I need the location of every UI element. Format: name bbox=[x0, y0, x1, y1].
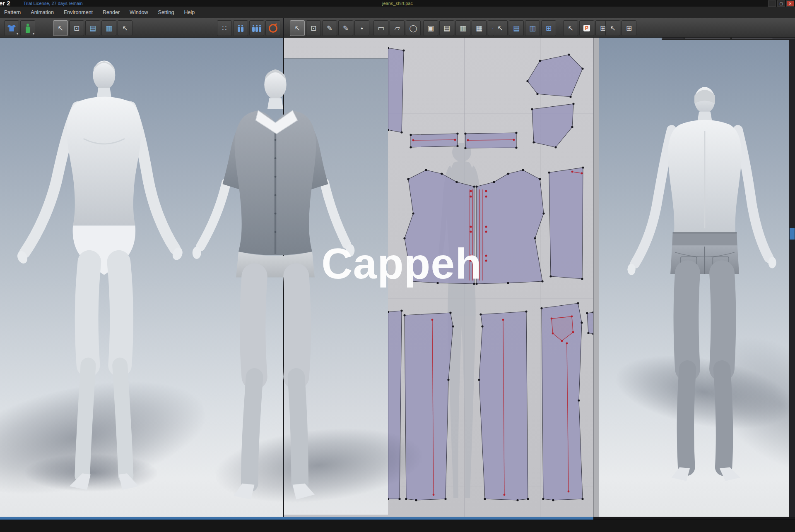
dot-icon: • bbox=[361, 25, 363, 32]
pattern-sync-window-button[interactable]: ▥ bbox=[101, 20, 116, 36]
pattern-piece-waistband-left[interactable] bbox=[410, 132, 458, 148]
maximize-button[interactable]: ▢ bbox=[777, 0, 785, 7]
create-ellipse-tool-button[interactable]: ◯ bbox=[406, 20, 421, 36]
pattern-piece-shirt-back[interactable] bbox=[548, 166, 584, 280]
select-misc-tool-button[interactable]: ↖ bbox=[563, 20, 578, 36]
arrowview-icon: ⊞ bbox=[546, 25, 552, 32]
avatar-group-button[interactable] bbox=[249, 20, 264, 36]
avatar-dressed[interactable] bbox=[165, 61, 386, 528]
arrowbox-icon: ⊡ bbox=[74, 25, 80, 32]
dropdown-caret-icon[interactable]: ▾ bbox=[17, 32, 18, 36]
seam-tool-1-button[interactable]: ▣ bbox=[423, 20, 438, 36]
box2-icon: ▤ bbox=[443, 25, 450, 32]
grid-icon: ∷ bbox=[222, 25, 227, 32]
show-garment-button[interactable]: ▾ bbox=[4, 20, 19, 36]
arrow-icon: ↖ bbox=[294, 25, 300, 32]
pen-icon: ✎ bbox=[327, 25, 332, 32]
pattern-piece-pant-front-right[interactable] bbox=[478, 310, 529, 501]
select-2d-tool-button[interactable]: ↖ bbox=[290, 20, 305, 36]
pattern-piece-pant-back[interactable] bbox=[540, 302, 583, 501]
arrow-icon: ↖ bbox=[497, 25, 503, 32]
toolbar-group: ↖⊡✎✎• bbox=[290, 20, 369, 36]
dropdown-caret-icon[interactable]: ▾ bbox=[33, 32, 34, 36]
toolbar-group: ↖⊡▤▥↖ bbox=[53, 20, 132, 36]
main-toolbar: ▾▾↖⊡▤▥↖∷↖⊡✎✎•▭▱◯▣▤▥▦◇↖▤▥⊞↖P⊞↖⊞ bbox=[0, 18, 795, 38]
show-3d-window-button[interactable]: ▥ bbox=[525, 20, 540, 36]
app-title: er 2 bbox=[0, 0, 10, 6]
add-dart-tool-button[interactable]: • bbox=[354, 20, 369, 36]
arrowbox-icon: ⊡ bbox=[311, 25, 316, 32]
right-3d-viewport[interactable] bbox=[599, 36, 789, 517]
toolbar-group: ↖⊞ bbox=[605, 20, 636, 36]
viewport-bottom-accent bbox=[0, 517, 593, 520]
ellipse-icon: ◯ bbox=[409, 25, 417, 32]
poly-icon: ▱ bbox=[394, 25, 400, 32]
pattern-piece-collar[interactable] bbox=[526, 53, 583, 98]
pattern-piece-pant-partial-left[interactable] bbox=[388, 309, 403, 500]
add-point-tool-button[interactable]: ✎ bbox=[338, 20, 353, 36]
select-box-tool-button[interactable]: ⊡ bbox=[69, 20, 84, 36]
seam-tool-2-button[interactable]: ▤ bbox=[439, 20, 454, 36]
avatar-back[interactable] bbox=[607, 79, 789, 492]
winblue-icon: ▤ bbox=[513, 25, 520, 32]
menu-item-setting[interactable]: Setting bbox=[158, 10, 174, 15]
create-rect-tool-button[interactable]: ▭ bbox=[373, 20, 388, 36]
winblue2-icon: ▥ bbox=[529, 25, 536, 32]
menu-item-render[interactable]: Render bbox=[103, 10, 120, 15]
penplus-icon: ✎ bbox=[343, 25, 349, 32]
pattern-piece-sleeve-partial-top[interactable] bbox=[388, 47, 405, 133]
pattern-window-button[interactable]: ▤ bbox=[85, 20, 100, 36]
select-sync-tool-button[interactable]: ↖ bbox=[493, 20, 508, 36]
select-pattern-button[interactable]: ↖ bbox=[118, 20, 132, 36]
right-viewport-scrollbar[interactable] bbox=[789, 36, 795, 517]
snap-grid-button[interactable]: ∷ bbox=[217, 20, 232, 36]
show-avatar-button[interactable]: ▾ bbox=[20, 20, 35, 36]
create-polygon-tool-button[interactable]: ▱ bbox=[390, 20, 405, 36]
toolbar-group: ▭▱◯ bbox=[373, 20, 421, 36]
pair-icon bbox=[238, 24, 243, 32]
show-2d-window-button[interactable]: ▤ bbox=[509, 20, 524, 36]
toolbar-group: ▣▤▥▦◇ bbox=[423, 20, 503, 36]
minimize-button[interactable]: – bbox=[768, 0, 776, 7]
arrowsm-icon: ↖ bbox=[610, 25, 616, 32]
license-text: Trial License, 27 days remain bbox=[23, 1, 82, 6]
rect-icon: ▭ bbox=[378, 25, 384, 32]
document-filename: jeans_shirt.pac bbox=[382, 1, 413, 6]
pattern-piece-pant-front-left[interactable] bbox=[403, 312, 454, 501]
toolbar-divider bbox=[283, 18, 284, 37]
panel-layout-button[interactable]: ⊞ bbox=[622, 20, 636, 36]
sync-button[interactable] bbox=[265, 20, 280, 36]
seam-tool-3-button[interactable]: ▥ bbox=[455, 20, 470, 36]
pattern-view-scrollbar[interactable] bbox=[593, 36, 599, 517]
shirt-icon bbox=[7, 25, 16, 31]
avatar-pair-button[interactable] bbox=[233, 20, 248, 36]
seam-tool-4-button[interactable]: ▦ bbox=[472, 20, 487, 36]
winblue2-icon: ▥ bbox=[106, 25, 112, 32]
arrowsm-icon: ↖ bbox=[122, 25, 128, 32]
menu-item-window[interactable]: Window bbox=[130, 10, 148, 15]
menu-item-help[interactable]: Help bbox=[184, 10, 195, 15]
pattern-piece-collar-band[interactable] bbox=[531, 103, 574, 148]
select-right-tool-button[interactable]: ↖ bbox=[605, 20, 620, 36]
trio-icon bbox=[252, 24, 261, 32]
license-separator: - bbox=[19, 1, 21, 6]
select-tool-button[interactable]: ↖ bbox=[53, 20, 68, 36]
toolbar-group: ↖▤▥⊞ bbox=[493, 20, 556, 36]
menu-bar: PatternAnimationEnvironmentRenderWindowS… bbox=[0, 7, 795, 18]
pattern-piece-waistband-right[interactable] bbox=[464, 132, 517, 149]
menu-item-animation[interactable]: Animation bbox=[31, 10, 54, 15]
pattern-annotation-button[interactable]: P bbox=[579, 20, 594, 36]
avatar-nude[interactable] bbox=[8, 50, 190, 517]
box4-icon: ▦ bbox=[476, 25, 482, 32]
box3-icon: ▥ bbox=[460, 25, 466, 32]
person-icon bbox=[26, 26, 30, 33]
menu-item-pattern[interactable]: Pattern bbox=[4, 10, 21, 15]
activate-view-button[interactable]: ⊞ bbox=[541, 20, 556, 36]
pattern-piece-pocket-partial-right[interactable] bbox=[586, 311, 593, 335]
edit-pattern-tool-button[interactable]: ⊡ bbox=[306, 20, 321, 36]
close-button[interactable]: ✕ bbox=[786, 0, 794, 7]
menu-item-environment[interactable]: Environment bbox=[64, 10, 93, 15]
edit-curve-tool-button[interactable]: ✎ bbox=[322, 20, 337, 36]
scrollbar-thumb[interactable] bbox=[790, 228, 795, 240]
p-icon: P bbox=[583, 25, 590, 31]
